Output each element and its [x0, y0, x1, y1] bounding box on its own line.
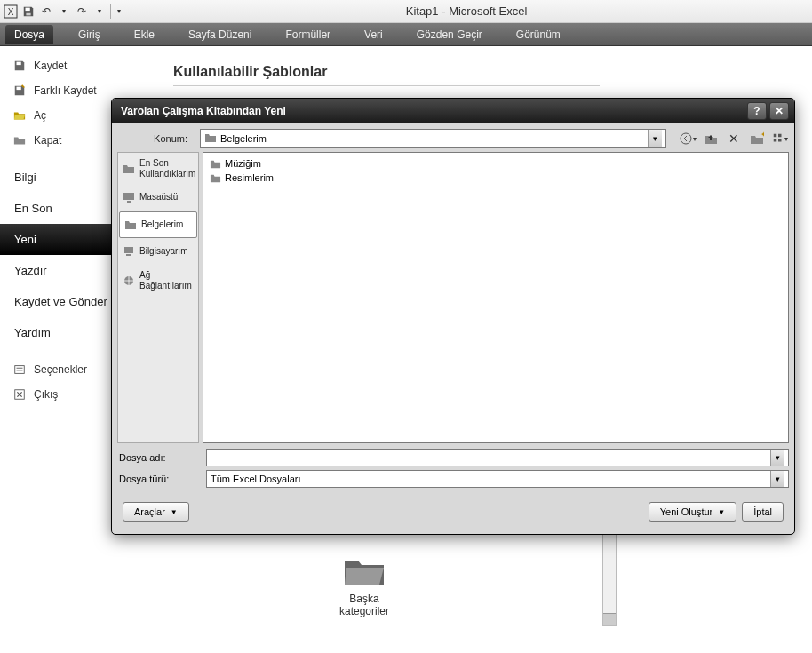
tab-dosya[interactable]: Dosya — [5, 25, 53, 44]
svg-text:X: X — [8, 7, 14, 17]
svg-rect-6 — [15, 366, 25, 374]
svg-rect-4 — [17, 62, 21, 66]
place-label: En Son Kullandıklarım — [139, 158, 195, 179]
svg-rect-20 — [124, 247, 133, 253]
tab-giris[interactable]: Giriş — [69, 25, 109, 44]
network-icon — [122, 274, 136, 288]
filetype-row: Dosya türü: Tüm Excel Dosyaları ▾ — [117, 470, 789, 488]
sidebar-item-kaydet[interactable]: Kaydet — [0, 53, 147, 78]
file-item-resimlerim[interactable]: Resimlerim — [207, 171, 784, 185]
svg-rect-14 — [774, 134, 777, 138]
up-folder-icon[interactable] — [702, 130, 720, 147]
svg-rect-21 — [126, 254, 131, 256]
svg-point-12 — [681, 133, 691, 144]
scrollbar-thumb[interactable] — [603, 613, 616, 625]
templates-heading: Kullanılabilir Şablonlar — [173, 64, 600, 86]
folder-icon — [204, 131, 217, 146]
exit-icon — [12, 387, 27, 402]
views-icon[interactable]: ▾ — [771, 130, 789, 147]
desktop-icon — [122, 190, 136, 204]
dialog-toolbar: ▾ ✕ ✦ ▾ — [673, 130, 789, 147]
help-button[interactable]: ? — [747, 102, 767, 120]
file-name: Müziğim — [225, 158, 261, 169]
location-value: Belgelerim — [220, 133, 267, 144]
redo-icon[interactable]: ↷ — [75, 4, 89, 19]
qat-customize-icon[interactable]: ▾ — [110, 4, 124, 19]
open-icon — [12, 108, 27, 123]
button-label: İptal — [753, 506, 772, 517]
filetype-label: Dosya türü: — [117, 474, 199, 484]
tools-button[interactable]: Araçlar ▼ — [123, 502, 189, 522]
app-icon[interactable]: X — [4, 4, 18, 19]
filename-input[interactable]: ▾ — [206, 449, 789, 466]
place-label: Belgelerim — [141, 219, 183, 230]
place-computer[interactable]: Bilgisayarım — [118, 239, 198, 265]
ribbon-tabs: Dosya Giriş Ekle Sayfa Düzeni Formüller … — [0, 23, 812, 46]
file-item-muzigim[interactable]: Müziğim — [207, 156, 784, 171]
button-label: Yeni Oluştur — [660, 506, 713, 517]
svg-rect-16 — [774, 139, 777, 142]
dialog-titlebar: Varolan Çalışma Kitabından Yeni ? ✕ — [112, 99, 794, 123]
tab-sayfa-duzeni[interactable]: Sayfa Düzeni — [179, 25, 260, 44]
delete-icon[interactable]: ✕ — [725, 130, 743, 147]
folder-icon — [209, 171, 221, 184]
quick-access-toolbar: X ↶ ▾ ↷ ▾ ▾ — [4, 4, 124, 19]
filetype-value: Tüm Excel Dosyaları — [211, 474, 300, 484]
tab-gozden-gecir[interactable]: Gözden Geçir — [408, 25, 491, 44]
titlebar: X ↶ ▾ ↷ ▾ ▾ Kitap1 - Microsoft Excel — [0, 0, 812, 23]
tab-veri[interactable]: Veri — [355, 25, 392, 44]
place-label: Masaüstü — [139, 192, 178, 203]
category-label: Başka kategoriler — [339, 593, 389, 617]
chevron-down-icon: ▼ — [171, 508, 178, 516]
documents-icon — [123, 218, 138, 232]
back-icon[interactable]: ▾ — [679, 130, 697, 147]
save-as-icon — [12, 84, 27, 98]
new-from-existing-dialog: Varolan Çalışma Kitabından Yeni ? ✕ Konu… — [111, 98, 795, 535]
filename-row: Dosya adı: ▾ — [117, 449, 789, 466]
tab-formuller[interactable]: Formüller — [276, 25, 339, 44]
file-name: Resimlerim — [225, 172, 274, 183]
cancel-button[interactable]: İptal — [742, 502, 784, 522]
place-documents[interactable]: Belgelerim — [119, 211, 197, 238]
save-icon[interactable] — [21, 4, 36, 19]
new-folder-icon[interactable]: ✦ — [748, 130, 766, 147]
sidebar-item-label: Kaydet — [34, 60, 67, 72]
options-icon — [12, 362, 27, 377]
place-recent[interactable]: En Son Kullandıklarım — [118, 153, 198, 185]
sidebar-item-label: Çıkış — [34, 388, 58, 401]
chevron-down-icon[interactable]: ▾ — [648, 130, 662, 147]
svg-rect-5 — [17, 87, 21, 91]
sidebar-item-label: Aç — [34, 109, 46, 122]
place-label: Ağ Bağlantılarım — [139, 270, 195, 291]
create-button[interactable]: Yeni Oluştur ▼ — [649, 502, 736, 522]
computer-icon — [122, 244, 136, 259]
place-desktop[interactable]: Masaüstü — [118, 185, 198, 211]
redo-dropdown-icon[interactable]: ▾ — [92, 4, 107, 19]
location-combo[interactable]: Belgelerim ▾ — [200, 129, 666, 148]
category-baska[interactable]: Başka kategoriler — [324, 555, 404, 617]
filetype-combo[interactable]: Tüm Excel Dosyaları ▾ — [206, 470, 789, 488]
svg-rect-19 — [127, 201, 131, 203]
chevron-down-icon[interactable]: ▾ — [770, 471, 784, 487]
svg-rect-17 — [778, 139, 782, 142]
close-button[interactable]: ✕ — [769, 102, 789, 120]
undo-icon[interactable]: ↶ — [39, 4, 53, 19]
chevron-down-icon[interactable]: ▾ — [770, 450, 784, 466]
place-network[interactable]: Ağ Bağlantılarım — [118, 265, 198, 297]
sidebar-item-label: Seçenekler — [34, 363, 87, 376]
location-label: Konum: — [117, 133, 193, 144]
svg-rect-2 — [26, 7, 30, 11]
tab-ekle[interactable]: Ekle — [125, 25, 163, 44]
window-title: Kitap1 - Microsoft Excel — [124, 4, 808, 18]
sidebar-item-label: Kapat — [34, 134, 61, 147]
file-list[interactable]: Müziğim Resimlerim — [203, 152, 789, 443]
dialog-title: Varolan Çalışma Kitabından Yeni — [117, 105, 744, 117]
button-label: Araçlar — [134, 506, 165, 517]
svg-rect-3 — [26, 12, 30, 15]
dialog-footer: Araçlar ▼ Yeni Oluştur ▼ İptal — [117, 491, 789, 529]
undo-dropdown-icon[interactable]: ▾ — [57, 4, 71, 19]
template-categories: Başka kategoriler çizelgeleri — [324, 555, 591, 617]
tab-gorunum[interactable]: Görünüm — [507, 25, 569, 44]
location-row: Konum: Belgelerim ▾ ▾ ✕ ✦ ▾ — [117, 129, 789, 148]
svg-rect-15 — [778, 134, 782, 138]
